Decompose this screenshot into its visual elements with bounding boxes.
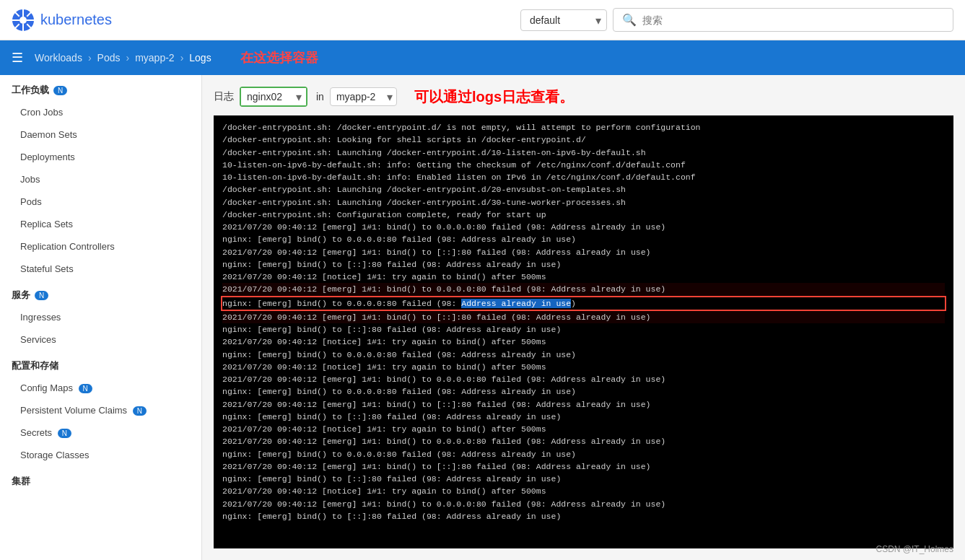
log-line: 2021/07/20 09:40:12 [emerg] 1#1: bind() …	[222, 221, 945, 233]
sidebar-item-deployments[interactable]: Deployments	[0, 146, 201, 168]
log-line: nginx: [emerg] bind() to [::]:80 failed …	[222, 258, 945, 271]
menu-icon[interactable]: ☰	[12, 50, 23, 66]
log-line: /docker-entrypoint.sh: Launching /docker…	[222, 183, 945, 196]
in-label: in	[316, 91, 324, 102]
sidebar-item-replication-controllers[interactable]: Replication Controllers	[0, 235, 201, 258]
sidebar-item-secrets[interactable]: Secrets N	[0, 421, 201, 444]
log-line: 2021/07/20 09:40:12 [emerg] 1#1: bind() …	[222, 398, 945, 411]
sidebar-item-services[interactable]: Services	[0, 328, 201, 351]
breadcrumb-sep-1: ›	[88, 52, 92, 64]
app-header: kubernetes default 🔍	[0, 0, 965, 40]
sidebar-item-replica-sets[interactable]: Replica Sets	[0, 213, 201, 235]
sidebar-section-services-badge: N	[35, 291, 48, 300]
log-line: nginx: [emerg] bind() to 0.0.0.0:80 fail…	[222, 349, 945, 361]
sidebar-item-pvc-badge: N	[133, 406, 147, 416]
log-line: 2021/07/20 09:40:12 [notice] 1#1: try ag…	[222, 271, 945, 283]
sidebar-item-secrets-badge: N	[58, 429, 71, 438]
sidebar: 工作负载 N Cron Jobs Daemon Sets Deployments…	[0, 75, 202, 560]
pod-select-wrapper[interactable]: myapp-2 myapp-1	[330, 87, 397, 106]
log-line: nginx: [emerg] bind() to [::]:80 failed …	[222, 411, 945, 423]
sidebar-item-cron-jobs[interactable]: Cron Jobs	[0, 101, 201, 123]
log-terminal[interactable]: /docker-entrypoint.sh: /docker-entrypoin…	[214, 115, 953, 548]
breadcrumb-bar: ☰ Workloads › Pods › myapp-2 › Logs 在这选择…	[0, 40, 965, 75]
sidebar-section-workloads-badge: N	[53, 86, 67, 95]
log-line: 2021/07/20 09:40:12 [notice] 1#1: try ag…	[222, 361, 945, 373]
log-line: 2021/07/20 09:40:12 [notice] 1#1: try ag…	[222, 336, 945, 348]
sidebar-section-workloads: 工作负载 N	[0, 75, 201, 101]
log-line: 10-listen-on-ipv6-by-default.sh: info: G…	[222, 159, 945, 171]
log-line: 2021/07/20 09:40:12 [emerg] 1#1: bind() …	[222, 311, 945, 323]
content-area: 日志 nginx02 nginx01 in myapp-2 myapp-1 可以…	[202, 75, 965, 560]
pod-select[interactable]: myapp-2 myapp-1	[330, 87, 397, 106]
log-label: 日志	[214, 90, 234, 103]
sidebar-section-config-label: 配置和存储	[12, 359, 58, 372]
sidebar-section-services: 服务 N	[0, 280, 201, 306]
log-line: 2021/07/20 09:40:12 [emerg] 1#1: bind() …	[222, 460, 945, 473]
sidebar-item-pods[interactable]: Pods	[0, 191, 201, 213]
log-header: 日志 nginx02 nginx01 in myapp-2 myapp-1 可以…	[214, 87, 953, 107]
log-line: nginx: [emerg] bind() to [::]:80 failed …	[222, 323, 945, 336]
sidebar-item-pvc[interactable]: Persistent Volume Claims N	[0, 399, 201, 421]
search-area: default 🔍	[520, 8, 953, 32]
search-box: 🔍	[613, 8, 953, 32]
log-line: /docker-entrypoint.sh: Launching /docker…	[222, 146, 945, 159]
sidebar-item-stateful-sets[interactable]: Stateful Sets	[0, 258, 201, 280]
sidebar-section-services-label: 服务	[12, 289, 30, 302]
sidebar-section-workloads-label: 工作负载	[12, 84, 49, 97]
sidebar-item-jobs[interactable]: Jobs	[0, 168, 201, 191]
breadcrumb-myapp[interactable]: myapp-2	[135, 52, 174, 64]
log-line: 2021/07/20 09:40:12 [emerg] 1#1: bind() …	[222, 283, 945, 295]
breadcrumb-sep-3: ›	[180, 52, 184, 64]
svg-point-1	[19, 17, 27, 24]
sidebar-section-config: 配置和存储	[0, 351, 201, 377]
log-annotation: 可以通过logs日志查看。	[414, 87, 574, 107]
log-line: nginx: [emerg] bind() to 0.0.0.0:80 fail…	[222, 448, 945, 460]
breadcrumb-pods[interactable]: Pods	[97, 52, 121, 64]
sidebar-item-storage-classes[interactable]: Storage Classes	[0, 444, 201, 466]
breadcrumb-annotation: 在这选择容器	[240, 49, 318, 66]
attribution: CSDN @IT_Holmes	[876, 544, 953, 554]
log-line: 2021/07/20 09:40:12 [emerg] 1#1: bind() …	[222, 373, 945, 385]
log-line: nginx: [emerg] bind() to 0.0.0.0:80 fail…	[222, 233, 945, 245]
log-line: /docker-entrypoint.sh: Looking for shell…	[222, 134, 945, 146]
log-line: /docker-entrypoint.sh: /docker-entrypoin…	[222, 121, 945, 134]
breadcrumb-workloads[interactable]: Workloads	[35, 52, 82, 64]
log-line: 2021/07/20 09:40:12 [emerg] 1#1: bind() …	[222, 435, 945, 447]
sidebar-item-daemon-sets[interactable]: Daemon Sets	[0, 123, 201, 146]
sidebar-section-cluster-label: 集群	[12, 475, 30, 488]
log-line: /docker-entrypoint.sh: Launching /docker…	[222, 196, 945, 209]
namespace-select-wrapper[interactable]: default	[520, 9, 607, 31]
main-layout: 工作负载 N Cron Jobs Daemon Sets Deployments…	[0, 75, 965, 560]
sidebar-section-cluster: 集群	[0, 466, 201, 492]
log-line: /docker-entrypoint.sh: Configuration com…	[222, 209, 945, 221]
log-line: 2021/07/20 09:40:12 [emerg] 1#1: bind() …	[222, 498, 945, 510]
app-name: kubernetes	[40, 12, 112, 28]
logo-area: kubernetes	[12, 9, 112, 32]
log-line: 2021/07/20 09:40:12 [notice] 1#1: try ag…	[222, 423, 945, 435]
namespace-select[interactable]: default	[520, 9, 607, 31]
log-line: nginx: [emerg] bind() to [::]:80 failed …	[222, 473, 945, 485]
container-select[interactable]: nginx02 nginx01	[241, 88, 306, 105]
container-select-wrapper[interactable]: nginx02 nginx01	[240, 87, 307, 107]
log-line: nginx: [emerg] bind() to 0.0.0.0:80 fail…	[222, 385, 945, 398]
log-line: nginx: [emerg] bind() to [::]:80 failed …	[222, 510, 945, 522]
search-icon: 🔍	[622, 13, 637, 27]
sidebar-item-config-maps[interactable]: Config Maps N	[0, 377, 201, 399]
log-line: nginx: [emerg] bind() to 0.0.0.0:80 fail…	[221, 296, 946, 311]
sidebar-item-ingresses[interactable]: Ingresses	[0, 306, 201, 328]
log-line: 10-listen-on-ipv6-by-default.sh: info: E…	[222, 171, 945, 183]
log-line: 2021/07/20 09:40:12 [notice] 1#1: try ag…	[222, 485, 945, 497]
breadcrumb-sep-2: ›	[126, 52, 129, 64]
kubernetes-logo-icon	[12, 9, 35, 32]
log-line: 2021/07/20 09:40:12 [emerg] 1#1: bind() …	[222, 246, 945, 258]
breadcrumb-logs: Logs	[189, 52, 211, 64]
search-input[interactable]	[642, 14, 944, 26]
sidebar-item-config-maps-badge: N	[79, 384, 92, 393]
